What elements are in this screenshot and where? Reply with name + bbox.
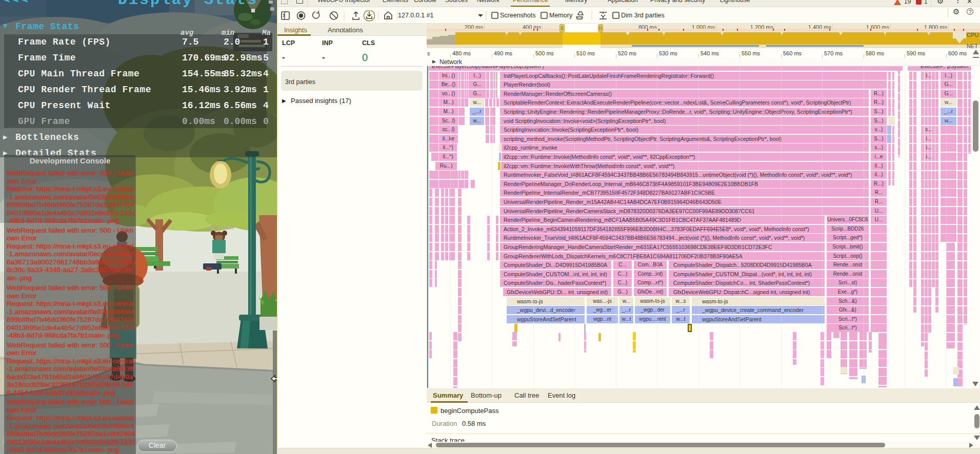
svg-text:SB_buddies: SB_buddies — [209, 225, 234, 231]
